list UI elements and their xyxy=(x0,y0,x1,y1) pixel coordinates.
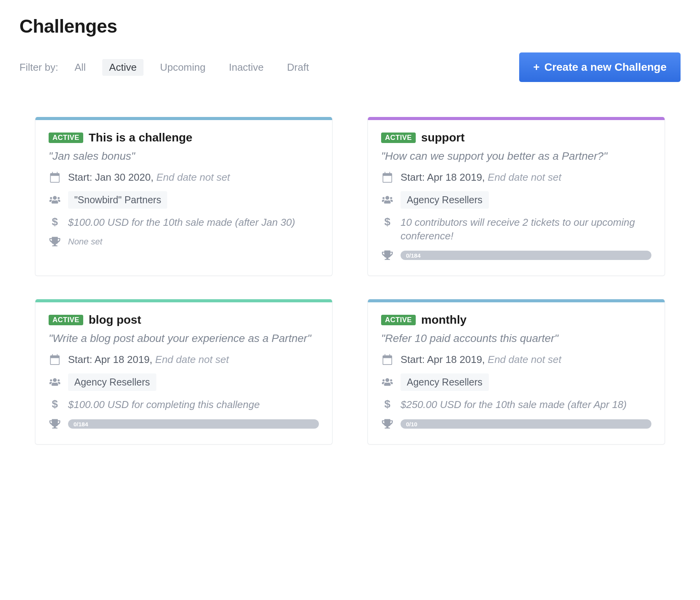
dollar-icon: $ xyxy=(381,216,394,228)
card-title: support xyxy=(421,131,465,144)
trophy-none: None set xyxy=(68,237,102,247)
end-date: End date not set xyxy=(488,171,561,183)
dollar-icon: $ xyxy=(49,398,61,410)
card-title: blog post xyxy=(89,313,141,326)
card-stripe xyxy=(368,117,665,120)
users-icon xyxy=(49,194,61,205)
filter-section: Filter by: All Active Upcoming Inactive … xyxy=(19,59,316,76)
reward-text: $100.00 USD for the 10th sale made (afte… xyxy=(68,216,295,229)
start-date: Start: Apr 18 2019, xyxy=(68,354,152,365)
challenge-card[interactable]: ACTIVE blog post "Write a blog post abou… xyxy=(35,299,332,445)
end-date: End date not set xyxy=(155,354,229,365)
group-pill: Agency Resellers xyxy=(401,191,489,209)
end-date: End date not set xyxy=(488,354,561,365)
card-subtitle: "Refer 10 paid accounts this quarter" xyxy=(381,331,651,346)
start-date: Start: Apr 18 2019, xyxy=(401,171,485,183)
challenge-card[interactable]: ACTIVE This is a challenge "Jan sales bo… xyxy=(35,117,332,276)
dollar-icon: $ xyxy=(49,216,61,228)
filter-label: Filter by: xyxy=(19,61,58,73)
card-stripe xyxy=(35,117,332,120)
group-pill: Agency Resellers xyxy=(401,373,489,391)
card-title: monthly xyxy=(421,313,467,326)
filter-active[interactable]: Active xyxy=(102,59,144,76)
group-pill: Agency Resellers xyxy=(68,373,156,391)
trophy-icon xyxy=(381,419,394,429)
card-body: ACTIVE support "How can we support you b… xyxy=(368,120,665,276)
challenge-card[interactable]: ACTIVE monthly "Refer 10 paid accounts t… xyxy=(368,299,665,445)
calendar-icon xyxy=(381,172,394,183)
card-body: ACTIVE monthly "Refer 10 paid accounts t… xyxy=(368,302,665,444)
progress-value: 0/184 xyxy=(406,252,421,259)
card-body: ACTIVE This is a challenge "Jan sales bo… xyxy=(35,120,332,262)
progress-value: 0/10 xyxy=(406,421,417,427)
users-icon xyxy=(381,377,394,387)
card-title: This is a challenge xyxy=(89,131,192,144)
dollar-icon: $ xyxy=(381,398,394,410)
calendar-icon xyxy=(381,354,394,365)
filter-inactive[interactable]: Inactive xyxy=(222,59,271,76)
filter-draft[interactable]: Draft xyxy=(280,59,316,76)
challenge-card[interactable]: ACTIVE support "How can we support you b… xyxy=(368,117,665,276)
start-date: Start: Apr 18 2019, xyxy=(401,354,485,365)
trophy-icon xyxy=(49,236,61,247)
plus-icon: + xyxy=(533,62,539,73)
progress-bar: 0/10 xyxy=(401,419,651,429)
header-row: Filter by: All Active Upcoming Inactive … xyxy=(19,52,681,82)
card-body: ACTIVE blog post "Write a blog post abou… xyxy=(35,302,332,444)
filter-upcoming[interactable]: Upcoming xyxy=(153,59,212,76)
card-stripe xyxy=(368,299,665,302)
start-date: Start: Jan 30 2020, xyxy=(68,171,154,183)
card-subtitle: "How can we support you better as a Part… xyxy=(381,149,651,164)
calendar-icon xyxy=(49,354,61,365)
status-badge: ACTIVE xyxy=(381,133,416,143)
users-icon xyxy=(381,194,394,205)
group-pill: "Snowbird" Partners xyxy=(68,191,167,209)
status-badge: ACTIVE xyxy=(49,315,83,325)
progress-bar: 0/184 xyxy=(68,419,319,429)
page-title: Challenges xyxy=(19,16,681,37)
reward-text: $100.00 USD for completing this challeng… xyxy=(68,398,260,412)
status-badge: ACTIVE xyxy=(49,133,83,143)
users-icon xyxy=(49,377,61,387)
create-challenge-button[interactable]: + Create a new Challenge xyxy=(519,52,681,82)
card-stripe xyxy=(35,299,332,302)
reward-text: $250.00 USD for the 10th sale made (afte… xyxy=(401,398,626,412)
card-subtitle: "Write a blog post about your experience… xyxy=(49,331,319,346)
calendar-icon xyxy=(49,172,61,183)
cards-grid: ACTIVE This is a challenge "Jan sales bo… xyxy=(35,117,665,445)
trophy-icon xyxy=(49,419,61,429)
card-subtitle: "Jan sales bonus" xyxy=(49,149,319,164)
reward-text: 10 contributors will receive 2 tickets t… xyxy=(401,216,651,243)
progress-bar: 0/184 xyxy=(401,251,651,260)
create-button-label: Create a new Challenge xyxy=(544,61,667,73)
status-badge: ACTIVE xyxy=(381,315,416,325)
progress-value: 0/184 xyxy=(74,421,88,427)
filter-all[interactable]: All xyxy=(68,59,93,76)
end-date: End date not set xyxy=(156,171,230,183)
trophy-icon xyxy=(381,250,394,261)
